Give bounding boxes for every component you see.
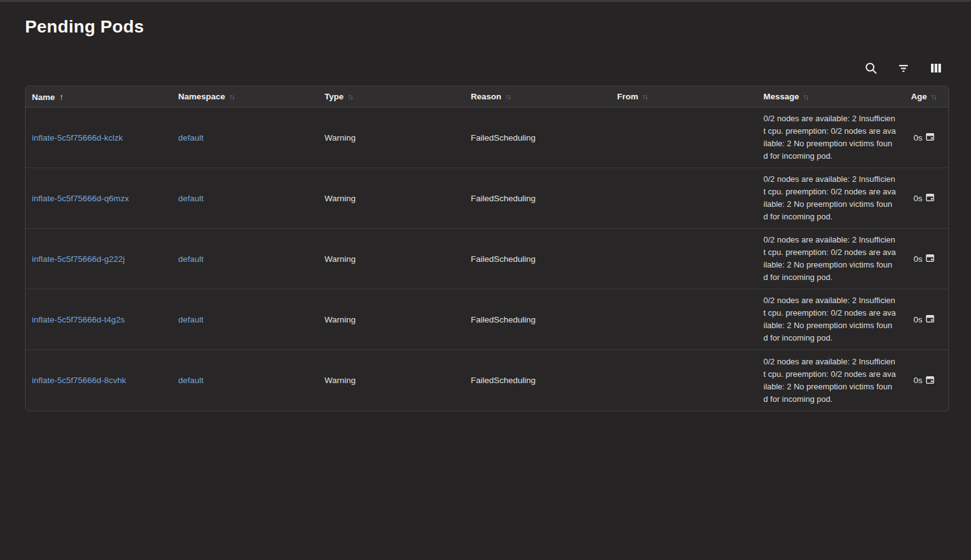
namespace-cell: default <box>172 350 318 411</box>
namespace-link[interactable]: default <box>178 376 204 385</box>
name-cell: inflate-5c5f75666d-kclzk <box>26 108 172 168</box>
column-header-type[interactable]: Type↑↓ <box>318 86 465 108</box>
columns-button[interactable] <box>928 60 944 76</box>
message-cell: 0/2 nodes are available: 2 Insufficient … <box>757 108 905 168</box>
reason-cell: FailedScheduling <box>465 289 611 350</box>
column-header-from[interactable]: From↑↓ <box>611 86 757 108</box>
sort-icon: ↑↓ <box>505 92 511 101</box>
type-cell: Warning <box>318 108 465 168</box>
age-cell: 0s <box>905 229 948 289</box>
namespace-cell: default <box>172 168 318 229</box>
type-cell: Warning <box>318 229 465 289</box>
search-icon <box>864 61 878 75</box>
age-cell: 0s <box>905 289 948 350</box>
page-title: Pending Pods <box>25 17 949 37</box>
namespace-cell: default <box>172 108 318 168</box>
type-cell: Warning <box>318 168 465 229</box>
from-cell <box>611 229 757 289</box>
filter-button[interactable] <box>895 60 912 76</box>
column-header-age[interactable]: Age↑↓ <box>905 86 948 108</box>
age-value: 0s <box>913 133 922 142</box>
reason-cell: FailedScheduling <box>465 168 611 229</box>
type-cell: Warning <box>318 350 465 411</box>
column-header-reason[interactable]: Reason↑↓ <box>465 86 611 108</box>
message-cell: 0/2 nodes are available: 2 Insufficient … <box>757 350 905 411</box>
message-cell: 0/2 nodes are available: 2 Insufficient … <box>757 289 905 350</box>
namespace-cell: default <box>172 229 318 289</box>
name-cell: inflate-5c5f75666d-g222j <box>26 229 172 289</box>
table-row: inflate-5c5f75666d-t4g2s default Warning… <box>26 289 948 350</box>
pod-name-link[interactable]: inflate-5c5f75666d-8cvhk <box>32 376 126 385</box>
name-cell: inflate-5c5f75666d-t4g2s <box>26 289 172 350</box>
reason-cell: FailedScheduling <box>465 229 611 289</box>
table-row: inflate-5c5f75666d-q6mzx default Warning… <box>26 168 948 229</box>
sort-icon: ↑↓ <box>348 92 354 101</box>
table-toolbar <box>25 61 944 76</box>
calendar-icon <box>925 132 935 143</box>
search-button[interactable] <box>863 60 879 76</box>
column-header-namespace[interactable]: Namespace↑↓ <box>172 86 318 108</box>
age-cell: 0s <box>905 350 948 411</box>
age-cell: 0s <box>905 108 948 168</box>
name-cell: inflate-5c5f75666d-8cvhk <box>26 350 172 411</box>
age-value: 0s <box>913 194 922 203</box>
namespace-link[interactable]: default <box>178 315 204 324</box>
from-cell <box>611 108 757 168</box>
sort-asc-icon: ↑ <box>59 92 64 102</box>
from-cell <box>611 168 757 229</box>
calendar-icon <box>925 314 935 325</box>
columns-icon <box>929 61 943 75</box>
from-cell <box>611 350 757 411</box>
age-cell: 0s <box>905 168 948 229</box>
sort-icon: ↑↓ <box>803 92 809 101</box>
age-value: 0s <box>913 376 922 385</box>
sort-icon: ↑↓ <box>229 92 235 101</box>
main-content: Pending Pods <box>0 17 971 411</box>
table-row: inflate-5c5f75666d-g222j default Warning… <box>26 229 948 289</box>
table-body: inflate-5c5f75666d-kclzk default Warning… <box>26 108 948 411</box>
namespace-cell: default <box>172 289 318 350</box>
sort-icon: ↑↓ <box>642 92 648 101</box>
filter-icon <box>897 61 910 75</box>
name-cell: inflate-5c5f75666d-q6mzx <box>26 168 172 229</box>
pod-name-link[interactable]: inflate-5c5f75666d-t4g2s <box>32 315 125 324</box>
message-cell: 0/2 nodes are available: 2 Insufficient … <box>757 168 905 229</box>
calendar-icon <box>925 192 935 204</box>
pod-name-link[interactable]: inflate-5c5f75666d-kclzk <box>32 133 123 142</box>
message-cell: 0/2 nodes are available: 2 Insufficient … <box>757 229 905 289</box>
column-header-message[interactable]: Message↑↓ <box>757 86 905 108</box>
reason-cell: FailedScheduling <box>465 350 611 411</box>
table-row: inflate-5c5f75666d-kclzk default Warning… <box>26 108 948 168</box>
pending-pods-table: Name↑ Namespace↑↓ Type↑↓ Reason↑↓ From↑↓ <box>25 86 949 411</box>
reason-cell: FailedScheduling <box>465 108 611 168</box>
pod-name-link[interactable]: inflate-5c5f75666d-g222j <box>32 254 125 264</box>
table-row: inflate-5c5f75666d-8cvhk default Warning… <box>26 350 948 411</box>
top-border <box>0 0 971 2</box>
age-value: 0s <box>913 254 922 264</box>
namespace-link[interactable]: default <box>178 133 204 142</box>
calendar-icon <box>925 375 935 386</box>
sort-icon: ↑↓ <box>931 92 937 101</box>
column-header-name[interactable]: Name↑ <box>26 86 172 108</box>
age-value: 0s <box>913 315 922 324</box>
namespace-link[interactable]: default <box>178 254 204 264</box>
pod-name-link[interactable]: inflate-5c5f75666d-q6mzx <box>32 194 129 203</box>
from-cell <box>611 289 757 350</box>
calendar-icon <box>925 253 935 264</box>
type-cell: Warning <box>318 289 465 350</box>
table-header-row: Name↑ Namespace↑↓ Type↑↓ Reason↑↓ From↑↓ <box>26 86 948 108</box>
namespace-link[interactable]: default <box>178 194 204 203</box>
